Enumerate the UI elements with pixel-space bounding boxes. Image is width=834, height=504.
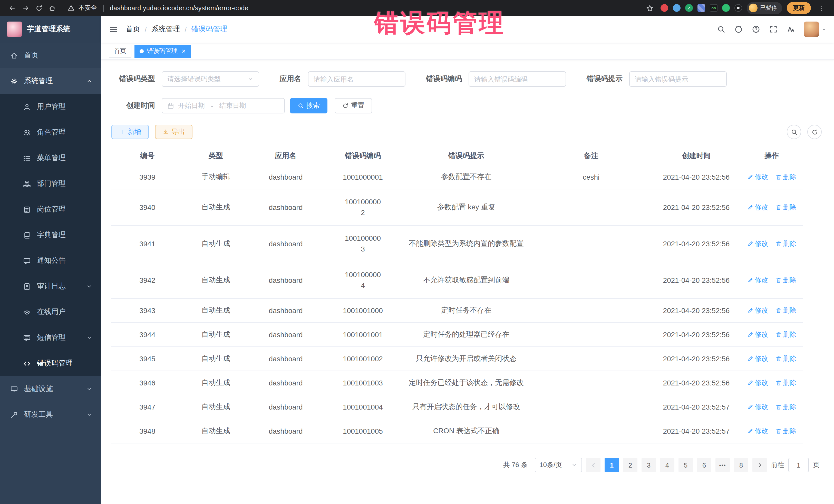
sidebar-item-system[interactable]: 系统管理 [0,68,101,94]
export-button[interactable]: 导出 [155,125,193,139]
extension-icon[interactable] [722,4,730,12]
extension-icon[interactable] [734,4,742,12]
table-row[interactable]: 3945 自动生成 dashboard 1001001002 只允许修改为开启或… [111,347,803,371]
back-icon[interactable] [6,2,19,14]
delete-link[interactable]: 删除 [775,330,796,339]
error-hint-input[interactable] [629,71,727,87]
sidebar-item-online-user[interactable]: 在线用户 [0,299,101,325]
delete-link[interactable]: 删除 [775,378,796,388]
tab-error-code[interactable]: 错误码管理 [134,44,191,58]
bookmark-star-icon[interactable] [643,2,656,14]
sidebar-item-dept[interactable]: 部门管理 [0,171,101,197]
sidebar-item-menu[interactable]: 菜单管理 [0,145,101,171]
reload-icon[interactable] [33,2,45,14]
security-label[interactable]: 不安全 [79,4,97,12]
next-page-button[interactable] [752,458,767,472]
update-button[interactable]: 更新 [787,2,811,14]
sidebar-item-error-code[interactable]: 错误码管理 [0,351,101,376]
edit-link[interactable]: 修改 [747,276,768,285]
goto-page-input[interactable] [788,458,809,472]
edit-link[interactable]: 修改 [747,354,768,364]
page-8-button[interactable]: 8 [734,458,748,472]
extension-icon[interactable] [710,4,718,12]
user-avatar[interactable] [804,22,819,37]
sidebar-item-audit-log[interactable]: 审计日志 [0,273,101,299]
fullscreen-icon[interactable] [765,21,782,38]
extension-icon[interactable] [673,4,681,12]
table-row[interactable]: 3941 自动生成 dashboard 1001000003 不能删除类型为系统… [111,225,803,262]
table-row[interactable]: 3942 自动生成 dashboard 1001000004 不允许获取敏感配置… [111,262,803,299]
sidebar-item-user[interactable]: 用户管理 [0,94,101,119]
forward-icon[interactable] [20,2,32,14]
github-icon[interactable] [730,21,747,38]
search-button[interactable]: 搜索 [290,98,327,113]
tab-home[interactable]: 首页 [109,44,131,58]
prev-page-button[interactable] [586,458,600,472]
search-icon[interactable] [712,21,730,38]
sidebar-item-role[interactable]: 角色管理 [0,119,101,145]
table-row[interactable]: 3943 自动生成 dashboard 1001001000 定时任务不存在 2… [111,299,803,323]
list-icon [23,154,31,162]
table-row[interactable]: 3946 自动生成 dashboard 1001001003 定时任务已经处于该… [111,371,803,395]
delete-link[interactable]: 删除 [775,402,796,412]
sidebar-item-dev-tools[interactable]: 研发工具 [0,402,101,428]
date-range-picker[interactable]: 开始日期 - 结束日期 [162,98,285,113]
edit-link[interactable]: 修改 [747,239,768,248]
table-row[interactable]: 3944 自动生成 dashboard 1001001001 定时任务的处理器已… [111,323,803,347]
delete-link[interactable]: 删除 [775,203,796,212]
menu-kebab-icon[interactable] [815,2,828,14]
search-toggle-button[interactable] [787,125,801,139]
page-1-button[interactable]: 1 [605,458,619,472]
sidebar-item-dict[interactable]: 字典管理 [0,222,101,248]
sidebar-item-post[interactable]: 岗位管理 [0,197,101,222]
edit-link[interactable]: 修改 [747,172,768,182]
table-row[interactable]: 3947 自动生成 dashboard 1001001004 只有开启状态的任务… [111,395,803,419]
help-icon[interactable] [747,21,765,38]
page-6-button[interactable]: 6 [697,458,711,472]
extension-icon[interactable] [698,4,705,12]
page-4-button[interactable]: 4 [660,458,674,472]
delete-link[interactable]: 删除 [775,306,796,315]
edit-link[interactable]: 修改 [747,402,768,412]
reset-button[interactable]: 重置 [335,98,372,113]
logo[interactable]: 芋道管理系统 [0,16,101,43]
home-icon[interactable] [46,2,59,14]
sidebar-item-notice[interactable]: 通知公告 [0,248,101,273]
delete-link[interactable]: 删除 [775,354,796,364]
extension-icon[interactable] [660,4,668,12]
caret-down-icon[interactable] [821,26,827,32]
page-5-button[interactable]: 5 [679,458,693,472]
sidebar-item-sms[interactable]: 短信管理 [0,325,101,351]
page-2-button[interactable]: 2 [623,458,637,472]
delete-link[interactable]: 删除 [775,426,796,436]
delete-link[interactable]: 删除 [775,172,796,182]
table-row[interactable]: 3939 手动编辑 dashboard 1001000001 参数配置不存在 c… [111,165,803,189]
add-button[interactable]: 新增 [111,125,149,139]
error-code-input[interactable] [468,71,566,87]
table-row[interactable]: 3948 自动生成 dashboard 1001001005 CRON 表达式不… [111,419,803,443]
close-icon[interactable] [182,48,185,54]
delete-link[interactable]: 删除 [775,276,796,285]
sidebar-item-infra[interactable]: 基础设施 [0,376,101,402]
more-pages-button[interactable]: ••• [716,458,730,472]
page-size-select[interactable]: 10条/页 [535,458,582,472]
hamburger-icon[interactable] [101,25,126,34]
font-size-icon[interactable] [782,21,799,38]
edit-link[interactable]: 修改 [747,306,768,315]
table-row[interactable]: 3940 自动生成 dashboard 1001000002 参数配置 key … [111,189,803,225]
breadcrumb-system[interactable]: 系统管理 [151,25,180,34]
sidebar-item-home[interactable]: 首页 [0,43,101,68]
delete-link[interactable]: 删除 [775,239,796,248]
edit-link[interactable]: 修改 [747,203,768,212]
breadcrumb-home[interactable]: 首页 [126,25,140,34]
error-type-select[interactable]: 请选择错误码类型 [162,71,259,87]
edit-link[interactable]: 修改 [747,330,768,339]
extension-icon[interactable] [685,4,693,12]
page-3-button[interactable]: 3 [641,458,656,472]
url-text[interactable]: dashboard.yudao.iocoder.cn/system/error-… [110,4,248,12]
refresh-table-button[interactable] [807,125,822,139]
edit-link[interactable]: 修改 [747,378,768,388]
profile-chip[interactable]: 已暂停 [747,2,782,14]
edit-link[interactable]: 修改 [747,426,768,436]
app-name-input[interactable] [308,71,405,87]
